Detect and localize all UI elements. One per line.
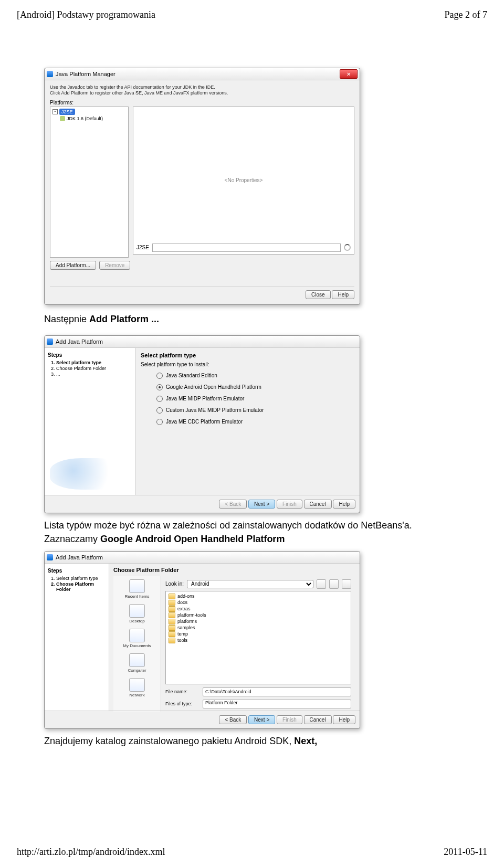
platform-name-input[interactable] bbox=[152, 244, 341, 252]
java-icon bbox=[47, 554, 53, 560]
radio-me-cdc[interactable] bbox=[156, 419, 163, 425]
wizard-steps: Steps Select platform type Choose Platfo… bbox=[45, 564, 109, 711]
dialog-title: Add Java Platform bbox=[56, 338, 103, 345]
page-footer-date: 2011-05-11 bbox=[444, 846, 487, 858]
file-list[interactable]: add-ons docs extras platform-tools platf… bbox=[165, 591, 351, 684]
wizard-decoration bbox=[50, 458, 129, 490]
filename-label: File name: bbox=[165, 689, 200, 694]
tree-item-j2se[interactable]: J2SE bbox=[59, 109, 75, 115]
folder-item[interactable]: docs bbox=[169, 600, 348, 606]
place-label: Recent Items bbox=[124, 594, 149, 599]
no-properties-text: <No Properties> bbox=[133, 177, 354, 183]
tree-collapse-icon[interactable]: − bbox=[52, 109, 58, 114]
paragraph-3: Znajdujemy katalog zainstalowanego pakie… bbox=[44, 734, 456, 748]
java-icon bbox=[47, 71, 53, 77]
step-2: Choose Platform Folder bbox=[56, 366, 132, 371]
folder-item[interactable]: add-ons bbox=[169, 594, 348, 599]
platforms-tree[interactable]: − J2SE JDK 1.6 (Default) bbox=[50, 107, 129, 258]
folder-icon bbox=[169, 638, 175, 643]
folder-label: docs bbox=[177, 600, 187, 605]
cancel-button[interactable]: Cancel bbox=[304, 715, 332, 724]
tree-item-jdk[interactable]: JDK 1.6 (Default) bbox=[67, 116, 103, 121]
next-button[interactable]: Next > bbox=[248, 715, 275, 724]
back-button[interactable]: < Back bbox=[219, 715, 247, 724]
paragraph-1: Następnie Add Platform ... bbox=[44, 312, 456, 326]
dialog-title: Java Platform Manager bbox=[56, 71, 116, 77]
step-2: Choose Platform Folder bbox=[56, 581, 106, 592]
folder-label: temp bbox=[177, 631, 188, 637]
filetype-label: Files of type: bbox=[165, 701, 200, 706]
platforms-label: Platforms: bbox=[50, 100, 354, 105]
folder-item[interactable]: tools bbox=[169, 638, 348, 643]
help-button[interactable]: Help bbox=[333, 500, 355, 509]
help-button[interactable]: Help bbox=[333, 715, 355, 724]
close-icon[interactable]: ✕ bbox=[340, 69, 358, 79]
paragraph-2: Lista typów może być różna w zależności … bbox=[44, 518, 456, 546]
place-label: Computer bbox=[128, 668, 146, 673]
place-documents[interactable]: My Documents bbox=[123, 629, 151, 648]
documents-icon bbox=[129, 629, 145, 642]
place-label: Desktop bbox=[129, 619, 144, 623]
folder-item[interactable]: temp bbox=[169, 631, 348, 637]
radio-android[interactable] bbox=[156, 384, 163, 390]
properties-panel: <No Properties> J2SE bbox=[133, 107, 354, 255]
step-1: Select platform type bbox=[56, 576, 106, 581]
radio-label: Custom Java ME MIDP Platform Emulator bbox=[166, 407, 264, 413]
page-footer-url: http://arti.zlo.pl/tmp/android/index.xml bbox=[17, 846, 165, 858]
titlebar[interactable]: Add Java Platform bbox=[45, 336, 360, 348]
hint-text-1: Use the Javadoc tab to register the API … bbox=[50, 84, 354, 90]
network-icon bbox=[129, 678, 145, 692]
lookin-label: Look in: bbox=[165, 581, 184, 587]
place-recent[interactable]: Recent Items bbox=[124, 579, 149, 599]
folder-icon bbox=[169, 612, 175, 618]
page-header-pager: Page 2 of 7 bbox=[445, 9, 487, 20]
folder-icon bbox=[169, 606, 175, 612]
home-button[interactable] bbox=[329, 579, 339, 589]
titlebar[interactable]: Add Java Platform bbox=[45, 552, 360, 564]
close-icon[interactable] bbox=[350, 338, 358, 345]
folder-label: extras bbox=[177, 606, 191, 611]
steps-heading: Steps bbox=[48, 568, 106, 574]
radio-custom-midp[interactable] bbox=[156, 407, 163, 414]
radio-java-se[interactable] bbox=[156, 373, 163, 379]
add-platform-button[interactable]: Add Platform... bbox=[50, 261, 96, 270]
cancel-button[interactable]: Cancel bbox=[304, 500, 332, 509]
filename-input[interactable] bbox=[203, 687, 351, 696]
computer-icon bbox=[129, 653, 145, 667]
java-platform-manager-dialog: Java Platform Manager ✕ Use the Javadoc … bbox=[44, 68, 360, 305]
filetype-dropdown[interactable]: Platform Folder bbox=[203, 700, 351, 708]
folder-icon bbox=[169, 631, 175, 637]
next-button[interactable]: Next > bbox=[248, 500, 275, 509]
help-button[interactable]: Help bbox=[332, 290, 354, 299]
p1-bold: Add Platform ... bbox=[89, 314, 159, 324]
folder-item[interactable]: extras bbox=[169, 606, 348, 612]
finish-button: Finish bbox=[277, 715, 302, 724]
titlebar[interactable]: Java Platform Manager ✕ bbox=[45, 68, 360, 80]
finish-button: Finish bbox=[277, 500, 302, 509]
new-folder-button[interactable] bbox=[342, 579, 351, 589]
lookin-dropdown[interactable]: Android bbox=[187, 580, 313, 588]
close-button[interactable]: Close bbox=[306, 290, 331, 299]
platform-icon bbox=[60, 116, 65, 121]
place-computer[interactable]: Computer bbox=[128, 653, 146, 673]
back-button: < Back bbox=[219, 500, 247, 509]
place-label: My Documents bbox=[123, 643, 151, 648]
radio-me-midp[interactable] bbox=[156, 396, 163, 402]
radio-label: Java ME CDC Platform Emulator bbox=[166, 419, 243, 425]
folder-label: add-ons bbox=[177, 594, 195, 599]
step-1: Select platform type bbox=[56, 360, 132, 365]
folder-item[interactable]: platform-tools bbox=[169, 612, 348, 618]
radio-label: Google Android Open Handheld Platform bbox=[166, 384, 261, 390]
add-java-platform-type-dialog: Add Java Platform Steps Select platform … bbox=[44, 335, 360, 513]
place-label: Network bbox=[129, 693, 144, 697]
step-3: ... bbox=[56, 372, 132, 377]
place-network[interactable]: Network bbox=[129, 678, 145, 697]
p3-text: Znajdujemy katalog zainstalowanego pakie… bbox=[44, 736, 294, 746]
close-icon[interactable] bbox=[350, 554, 358, 561]
folder-item[interactable]: platforms bbox=[169, 619, 348, 624]
up-folder-button[interactable] bbox=[317, 579, 326, 589]
folder-item[interactable]: samples bbox=[169, 625, 348, 631]
folder-icon bbox=[169, 594, 175, 599]
place-desktop[interactable]: Desktop bbox=[129, 604, 145, 623]
radio-label: Java Standard Edition bbox=[166, 373, 217, 378]
